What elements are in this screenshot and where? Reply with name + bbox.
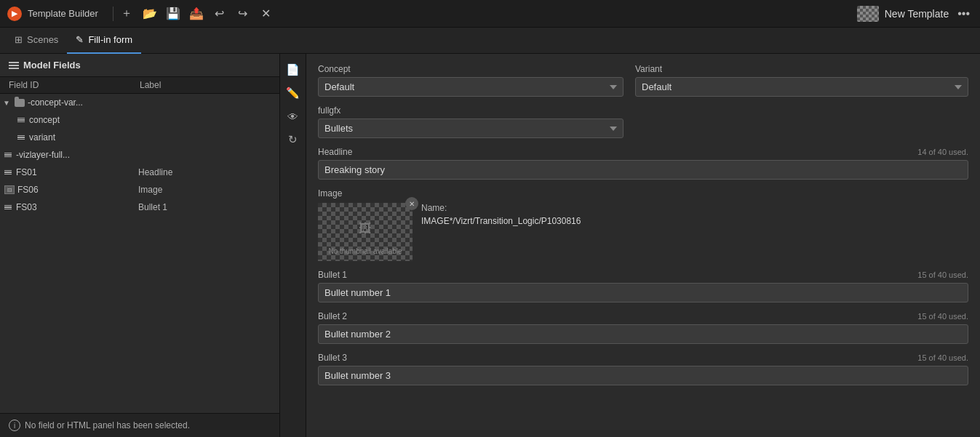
bullet3-group: Bullet 3 15 of 40 used. xyxy=(318,353,968,385)
lines-icon-fs01 xyxy=(4,170,13,175)
template-menu-button[interactable]: ••• xyxy=(955,7,973,20)
template-checker xyxy=(857,6,879,22)
bullet1-label-text: Bullet 1 xyxy=(318,270,347,280)
image-group: Image 🖼 No thumbnail available ✕ Name: I… xyxy=(318,188,968,261)
tree-item-FS06[interactable]: 🖼 FS06 Image xyxy=(0,181,279,199)
new-icon[interactable]: ＋ xyxy=(116,4,137,24)
lines-icon-3 xyxy=(4,153,13,158)
bullet1-label-row: Bullet 1 15 of 40 used. xyxy=(318,270,968,280)
fullgfx-select[interactable]: Bullets xyxy=(318,119,624,138)
tree-item-FS01[interactable]: FS01 Headline xyxy=(0,164,279,181)
image-label-text: Image xyxy=(318,188,968,199)
tab-scenes[interactable]: ⊞ Scenes xyxy=(6,28,67,54)
info-icon: i xyxy=(9,420,20,431)
concept-label: concept xyxy=(29,115,60,125)
app-title: Template Builder xyxy=(28,8,98,19)
concept-variant-row: Concept Default Variant Default xyxy=(318,64,968,97)
toolbar-icons: ＋ 📂 💾 📤 ↩ ↪ ✕ xyxy=(116,4,276,24)
bullet3-label-text: Bullet 3 xyxy=(318,353,347,363)
divider xyxy=(113,7,113,21)
open-icon[interactable]: 📂 xyxy=(140,4,160,24)
bullet2-group: Bullet 2 15 of 40 used. xyxy=(318,311,968,344)
scenes-tab-label: Scenes xyxy=(27,34,58,45)
headline-input[interactable] xyxy=(318,160,968,180)
export-icon[interactable]: 📤 xyxy=(186,4,207,24)
info-bar: i No field or HTML panel has been select… xyxy=(0,413,279,437)
lines-icon-fs03 xyxy=(4,205,13,210)
image-icon-fs06: 🖼 xyxy=(4,185,15,194)
headline-used-count: 14 of 40 used. xyxy=(917,148,968,156)
info-text: No field or HTML panel has been selected… xyxy=(25,420,190,430)
bullet3-used-count: 15 of 40 used. xyxy=(917,353,968,362)
tab-bar: ⊞ Scenes ✎ Fill-in form xyxy=(0,28,980,54)
concept-select[interactable]: Default xyxy=(318,77,624,97)
concept-label: Concept xyxy=(318,64,624,74)
bullet1-input[interactable] xyxy=(318,283,968,302)
undo-icon[interactable]: ↩ xyxy=(210,4,230,24)
tree-item-vizlayer-full[interactable]: -vizlayer-full... xyxy=(0,146,279,164)
tree-item-concept[interactable]: concept xyxy=(0,111,279,129)
headline-group: Headline 14 of 40 used. xyxy=(318,147,968,180)
image-preview-row: 🖼 No thumbnail available ✕ Name: IMAGE*/… xyxy=(318,203,968,261)
refresh-icon[interactable]: ↻ xyxy=(283,129,303,150)
thumbnail-box: 🖼 No thumbnail available ✕ xyxy=(318,203,413,261)
fs03-id: FS03 xyxy=(16,202,37,212)
fs06-id: FS06 xyxy=(17,185,39,195)
bullet2-used-count: 15 of 40 used. xyxy=(917,312,968,321)
menu-icon xyxy=(9,62,19,69)
fullgfx-group: fullgfx Bullets xyxy=(318,105,624,138)
folder-icon xyxy=(15,99,25,107)
headline-label-row: Headline 14 of 40 used. xyxy=(318,147,968,157)
eye-icon[interactable]: 👁 xyxy=(283,106,303,127)
tree-item-variant[interactable]: variant xyxy=(0,129,279,146)
field-tree: ▼ -concept-var... concept variant xyxy=(0,94,279,413)
icon-rail: 📄 ✏️ 👁 ↻ xyxy=(280,54,306,437)
bullet2-label-row: Bullet 2 15 of 40 used. xyxy=(318,311,968,321)
save-icon[interactable]: 💾 xyxy=(163,4,183,24)
page-icon[interactable]: 📄 xyxy=(283,60,303,80)
bullet1-group: Bullet 1 15 of 40 used. xyxy=(318,270,968,302)
field-table-header: Field ID Label xyxy=(0,76,279,94)
fs01-id: FS01 xyxy=(16,167,37,177)
no-thumbnail-icon: 🖼 xyxy=(359,221,372,236)
tab-fill-in-form[interactable]: ✎ Fill-in form xyxy=(67,28,141,54)
close-icon[interactable]: ✕ xyxy=(256,4,276,24)
tree-item-FS03[interactable]: FS03 Bullet 1 xyxy=(0,199,279,216)
template-name: New Template xyxy=(885,8,949,20)
bullet3-input[interactable] xyxy=(318,366,968,385)
fill-in-form-tab-icon: ✎ xyxy=(76,34,84,45)
bullet1-used-count: 15 of 40 used. xyxy=(917,270,968,279)
model-fields-title: Model Fields xyxy=(23,60,81,71)
field-id-header: Field ID xyxy=(9,80,140,90)
image-name-label: Name: xyxy=(421,203,581,213)
lines-icon-2 xyxy=(17,135,26,140)
tree-item-concept-var[interactable]: ▼ -concept-var... xyxy=(0,94,279,111)
thumbnail-close-button[interactable]: ✕ xyxy=(405,197,418,210)
bullet2-input[interactable] xyxy=(318,324,968,344)
fill-in-form-tab-label: Fill-in form xyxy=(88,34,132,45)
edit-icon[interactable]: ✏️ xyxy=(283,83,303,103)
model-fields-header: Model Fields xyxy=(0,54,279,76)
variant-label-text: Variant xyxy=(635,64,968,74)
fs03-field-label: Bullet 1 xyxy=(138,202,274,212)
fullgfx-row: fullgfx Bullets xyxy=(318,105,968,138)
vizlayer-label: -vizlayer-full... xyxy=(16,150,70,160)
concept-group: Concept Default xyxy=(318,64,624,97)
app-icon: ▶ xyxy=(7,7,22,21)
fs06-field-label: Image xyxy=(138,185,274,195)
variant-select[interactable]: Default xyxy=(635,77,968,97)
right-panel: Concept Default Variant Default fullgfx xyxy=(306,54,980,437)
main-area: Model Fields Field ID Label ▼ -concept-v… xyxy=(0,54,980,437)
label-header: Label xyxy=(140,80,271,90)
bullet3-label-row: Bullet 3 15 of 40 used. xyxy=(318,353,968,363)
variant-group: Variant Default xyxy=(635,64,968,97)
image-name-value: IMAGE*/Vizrt/Transition_Logic/P1030816 xyxy=(421,216,581,226)
image-name-info: Name: IMAGE*/Vizrt/Transition_Logic/P103… xyxy=(421,203,581,226)
title-bar: ▶ Template Builder ＋ 📂 💾 📤 ↩ ↪ ✕ New Tem… xyxy=(0,0,980,28)
bullet2-label-text: Bullet 2 xyxy=(318,311,347,321)
template-area: New Template ••• xyxy=(857,6,973,22)
expand-arrow: ▼ xyxy=(3,99,10,107)
redo-icon[interactable]: ↪ xyxy=(233,4,253,24)
scenes-tab-icon: ⊞ xyxy=(15,34,23,45)
left-panel: Model Fields Field ID Label ▼ -concept-v… xyxy=(0,54,280,437)
